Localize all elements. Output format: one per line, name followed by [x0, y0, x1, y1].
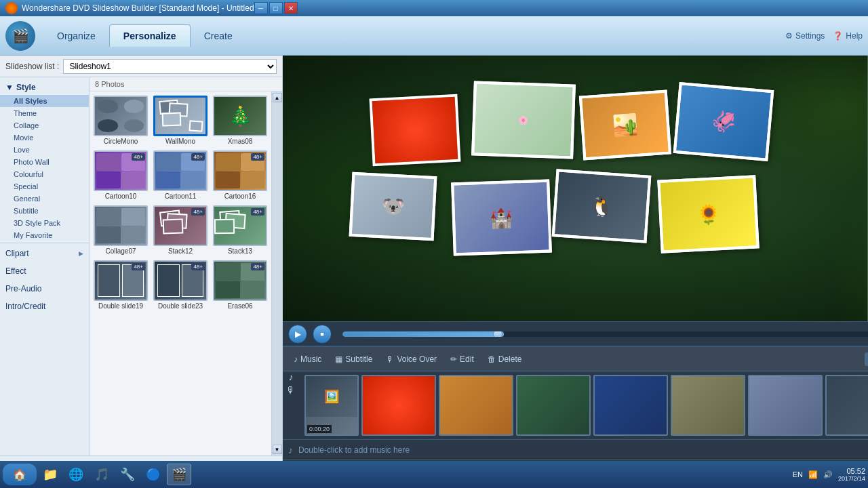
strip-photo-7[interactable]	[825, 375, 868, 436]
strip-photo-5[interactable]	[671, 375, 745, 436]
progress-bar[interactable]	[342, 331, 868, 337]
sidebar-item-special[interactable]: Special	[0, 180, 89, 192]
style-item-double19[interactable]: 48+ Double slide19	[92, 259, 149, 311]
strip-photo-6[interactable]	[748, 375, 823, 436]
storyboard-strip[interactable]: 🖼️ 0:00:20	[299, 371, 868, 439]
style-label-wallmono: WallMono	[165, 138, 195, 145]
window-controls[interactable]: ─ □ ✕	[254, 2, 298, 14]
strip-photo-3[interactable]	[516, 375, 591, 436]
sidebar-intro-credit[interactable]: Intro/Credit	[0, 298, 89, 315]
storyboard-view-button[interactable]: ⊞ Storyboard	[865, 352, 868, 366]
left-panel: Slideshow list : Slideshow1 ▼ Style All …	[0, 56, 283, 488]
strip-photo-0[interactable]: 🖼️ 0:00:20	[304, 375, 359, 436]
music-note-icon: ♪	[288, 445, 293, 455]
microphone-icon: 🎙	[386, 354, 394, 364]
sidebar-item-collage[interactable]: Collage	[0, 119, 89, 131]
style-item-erase06[interactable]: 48+ Erase06	[212, 259, 269, 311]
taskbar: 🏠 📁 🌐 🎵 🔧 🔵 🎬 EN 📶 🔊 05:52 2017/2/14	[0, 461, 868, 488]
taskbar-time: 05:52	[838, 467, 865, 475]
style-label-circlemono: CircleMono	[104, 138, 138, 145]
tab-personalize[interactable]: Personalize	[109, 24, 191, 47]
style-item-cartoon16[interactable]: 48+ Cartoon16	[212, 149, 269, 201]
edit-button[interactable]: ✏ Edit	[445, 352, 479, 366]
music-area[interactable]: ♪ Double-click to add music here	[283, 439, 868, 460]
sidebar-item-3d-style[interactable]: 3D Style Pack	[0, 217, 89, 229]
taskbar-app[interactable]: 🎬	[167, 464, 191, 485]
music-button[interactable]: ♪ Music	[288, 352, 327, 366]
strip-photo-2[interactable]	[439, 375, 513, 436]
stop-button[interactable]: ■	[313, 325, 332, 344]
slideshow-select[interactable]: Slideshow1	[63, 59, 277, 74]
voice-over-button[interactable]: 🎙 Voice Over	[380, 352, 442, 366]
taskbar-explorer[interactable]: 📁	[38, 464, 62, 485]
sidebar-item-subtitle[interactable]: Subtitle	[0, 205, 89, 217]
sidebar-item-all-styles[interactable]: All Styles	[0, 95, 89, 107]
sidebar-item-colourful[interactable]: Colourful	[0, 168, 89, 180]
sidebar-item-photo-wall[interactable]: Photo Wall	[0, 156, 89, 168]
taskbar-tools[interactable]: 🔧	[115, 464, 140, 485]
style-item-collage07[interactable]: Collage07	[92, 204, 149, 256]
sidebar: ▼ Style All Styles Theme Collage Movie L…	[0, 77, 90, 455]
style-item-wallmono[interactable]: WallMono	[152, 94, 209, 146]
style-item-circlemono[interactable]: CircleMono	[92, 94, 149, 146]
preview-photo-2: 🌸	[471, 81, 576, 159]
scroll-down-button[interactable]: ▼	[273, 445, 282, 454]
style-item-cartoon11[interactable]: 48+ Cartoon11	[152, 149, 209, 201]
taskbar-chrome[interactable]: 🔵	[141, 464, 165, 485]
strip-photo-1[interactable]	[361, 375, 436, 436]
taskbar-media[interactable]: 🎵	[90, 464, 114, 485]
style-area: 8 Photos	[90, 77, 282, 455]
progress-thumb[interactable]	[493, 331, 502, 337]
style-label-cartoon16: Cartoon16	[224, 192, 256, 200]
start-button[interactable]: 🏠	[3, 464, 37, 485]
scroll-up-button[interactable]: ▲	[273, 93, 282, 102]
settings-button[interactable]: ⚙ Settings	[785, 31, 825, 41]
minimize-button[interactable]: ─	[254, 2, 268, 14]
help-button[interactable]: ❓ Help	[833, 31, 863, 41]
tab-create[interactable]: Create	[191, 25, 246, 47]
title-bar: Wondershare DVD Slideshow Builder [Stand…	[0, 0, 868, 16]
taskbar-date: 2017/2/14	[838, 475, 865, 482]
style-label-xmas08: Xmas08	[228, 138, 253, 145]
taskbar-clock: 05:52 2017/2/14	[838, 467, 865, 482]
sidebar-pre-audio[interactable]: Pre-Audio	[0, 280, 89, 298]
sidebar-item-my-favorite[interactable]: My Favorite	[0, 229, 89, 241]
style-grid-container: CircleMono	[90, 92, 271, 455]
sidebar-item-theme[interactable]: Theme	[0, 107, 89, 119]
tab-organize[interactable]: Organize	[43, 25, 109, 47]
window-title: Wondershare DVD Slideshow Builder [Stand…	[22, 3, 254, 13]
delete-button[interactable]: 🗑 Delete	[482, 352, 528, 366]
strip-photo-4[interactable]	[593, 375, 668, 436]
photos-count: 8 Photos	[90, 77, 282, 92]
style-label-collage07: Collage07	[105, 247, 136, 255]
sidebar-item-general[interactable]: General	[0, 192, 89, 205]
trash-icon: 🗑	[488, 354, 496, 364]
style-item-stack13[interactable]: 48+ Stack13	[212, 204, 269, 256]
sidebar-item-movie[interactable]: Movie	[0, 131, 89, 144]
edit-icon: ✏	[450, 354, 457, 364]
style-label-erase06: Erase06	[227, 302, 252, 310]
sidebar-clipart[interactable]: Clipart	[0, 245, 89, 262]
header-right: ⚙ Settings ❓ Help	[785, 31, 863, 41]
left-content: ▼ Style All Styles Theme Collage Movie L…	[0, 77, 282, 455]
play-button[interactable]: ▶	[288, 325, 307, 344]
close-button[interactable]: ✕	[284, 2, 298, 14]
style-item-xmas08[interactable]: 🎄 Xmas08	[212, 94, 269, 146]
sidebar-style-header[interactable]: ▼ Style	[0, 80, 89, 95]
help-label: Help	[846, 31, 863, 41]
style-item-double23[interactable]: 48+ Double slide23	[152, 259, 209, 311]
subtitle-button[interactable]: ▦ Subtitle	[330, 352, 378, 366]
slideshow-list-label: Slideshow list :	[5, 62, 59, 71]
preview-photo-1	[369, 94, 460, 167]
sidebar-effect[interactable]: Effect	[0, 262, 89, 280]
strip-control-2[interactable]: 🎙	[286, 385, 296, 396]
style-item-stack12[interactable]: 48+ Stack12	[152, 204, 209, 256]
taskbar-ie[interactable]: 🌐	[64, 464, 88, 485]
music-icon: ♪	[294, 354, 298, 364]
strip-control-1[interactable]: ♪	[289, 371, 294, 382]
right-area: 🌸 🏜️ 🦑 🐨 🏰 🐧 🌻 ▶	[283, 56, 868, 488]
style-item-cartoon10[interactable]: 48+ Cartoon10	[92, 149, 149, 201]
view-controls: ⊞ Storyboard ⊟ Timeline	[865, 352, 868, 366]
sidebar-item-love[interactable]: Love	[0, 144, 89, 156]
maximize-button[interactable]: □	[269, 2, 283, 14]
